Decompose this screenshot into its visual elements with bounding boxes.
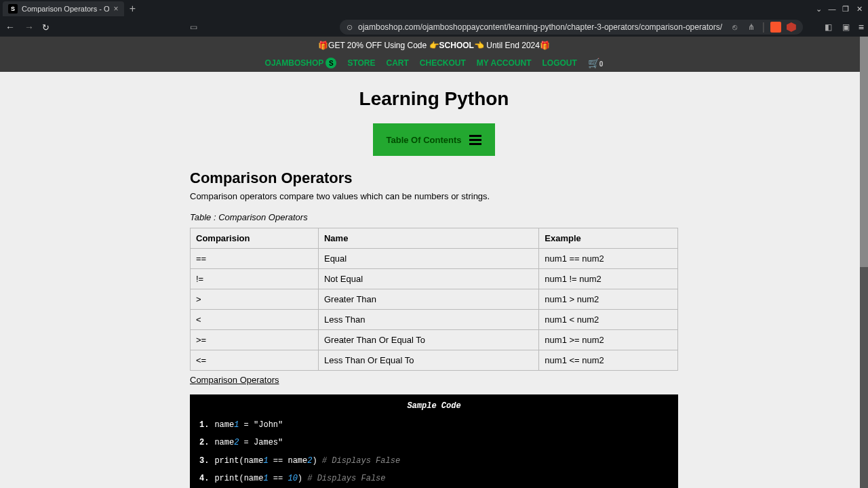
forward-button[interactable]: → [23, 22, 35, 33]
menu-icon[interactable]: ≡ [859, 22, 864, 33]
table-cell: Less Than [318, 310, 538, 330]
code-line: 2.name2 = James" [199, 434, 669, 451]
table-cell: num1 > num2 [539, 289, 678, 310]
page-title: Learning Python [190, 88, 678, 110]
operators-table: Comparision Name Example ==Equalnum1 == … [190, 228, 678, 371]
nav-store[interactable]: STORE [347, 58, 375, 68]
table-row: !=Not Equalnum1 != num2 [191, 269, 678, 289]
rss-icon[interactable]: ⋔ [746, 22, 757, 33]
table-cell: >= [191, 330, 319, 350]
table-row: >Greater Thannum1 > num2 [191, 289, 678, 310]
code-title: Sample Code [199, 401, 669, 411]
table-cell: < [191, 310, 319, 330]
site-nav: OJAMBOSHOP S STORE CART CHECKOUT MY ACCO… [0, 54, 868, 72]
table-cell: num1 != num2 [539, 269, 678, 289]
toc-button[interactable]: Table Of Contents [373, 123, 495, 156]
promo-banner: 🎁GET 20% OFF Using Code 👉SCHOOL👈 Until E… [0, 37, 868, 54]
section-heading: Comparison Operators [190, 169, 678, 187]
table-cell: == [191, 249, 319, 269]
th-example: Example [539, 228, 678, 249]
table-row: >=Greater Than Or Equal Tonum1 >= num2 [191, 330, 678, 350]
brave-shield-icon[interactable] [770, 22, 781, 33]
table-caption: Table : Comparison Operators [190, 212, 678, 222]
table-cell: Less Than Or Equal To [318, 350, 538, 371]
comparison-operators-link[interactable]: Comparison Operators [190, 375, 279, 385]
table-cell: num1 >= num2 [539, 330, 678, 350]
reload-button[interactable]: ↻ [42, 22, 54, 33]
chevron-down-icon[interactable]: ⌄ [812, 3, 825, 15]
table-cell: Equal [318, 249, 538, 269]
code-line: 3.print(name1 == name2) # Displays False [199, 452, 669, 470]
url-text: ojamboshop.com/ojamboshoppaycontent/lear… [358, 22, 724, 32]
table-cell: Greater Than Or Equal To [318, 330, 538, 350]
tab-title: Comparison Operators - O [22, 5, 110, 13]
close-window-button[interactable]: ✕ [853, 3, 865, 15]
cart-icon[interactable]: 🛒0 [588, 58, 604, 68]
table-row: <=Less Than Or Equal Tonum1 <= num2 [191, 350, 678, 371]
code-line: 4.print(name1 == 10) # Displays False [199, 470, 669, 487]
nav-brand[interactable]: OJAMBOSHOP S [265, 58, 337, 68]
table-cell: num1 <= num2 [539, 350, 678, 371]
tab-favicon: S [8, 4, 18, 14]
table-cell: Greater Than [318, 289, 538, 310]
sidebar-icon[interactable]: ◧ [823, 22, 834, 33]
table-cell: num1 == num2 [539, 249, 678, 269]
brand-logo-icon: S [326, 58, 336, 68]
url-bar[interactable]: ⊙ ojamboshop.com/ojamboshoppaycontent/le… [340, 20, 803, 35]
nav-cart[interactable]: CART [387, 58, 409, 68]
toc-label: Table Of Contents [387, 135, 462, 145]
table-cell: != [191, 269, 319, 289]
table-cell: <= [191, 350, 319, 371]
wallet-icon[interactable]: ▣ [841, 22, 852, 33]
table-cell: Not Equal [318, 269, 538, 289]
new-tab-button[interactable]: + [124, 3, 141, 15]
th-comparison: Comparision [191, 228, 319, 249]
nav-account[interactable]: MY ACCOUNT [477, 58, 532, 68]
nav-logout[interactable]: LOGOUT [542, 58, 577, 68]
code-line: 1.name1 = "John" [199, 416, 669, 434]
bookmark-icon[interactable]: ▭ [190, 22, 197, 32]
nav-checkout[interactable]: CHECKOUT [420, 58, 466, 68]
scrollbar-thumb[interactable] [860, 37, 868, 267]
code-block: Sample Code 1.name1 = "John"2.name2 = Ja… [190, 394, 678, 488]
brave-rewards-icon[interactable] [787, 22, 796, 32]
table-cell: > [191, 289, 319, 310]
browser-tab[interactable]: S Comparison Operators - O × [3, 1, 124, 16]
section-desc: Comparison operators compare two values … [190, 191, 678, 201]
minimize-button[interactable]: — [826, 3, 838, 15]
maximize-button[interactable]: ❐ [840, 3, 852, 15]
site-info-icon[interactable]: ⊙ [347, 23, 353, 32]
share-icon[interactable]: ⎋ [730, 22, 741, 33]
back-button[interactable]: ← [4, 22, 16, 33]
hamburger-icon [469, 135, 481, 145]
table-row: <Less Thannum1 < num2 [191, 310, 678, 330]
table-row: ==Equalnum1 == num2 [191, 249, 678, 269]
table-cell: num1 < num2 [539, 310, 678, 330]
tab-close-icon[interactable]: × [114, 4, 119, 14]
th-name: Name [318, 228, 538, 249]
